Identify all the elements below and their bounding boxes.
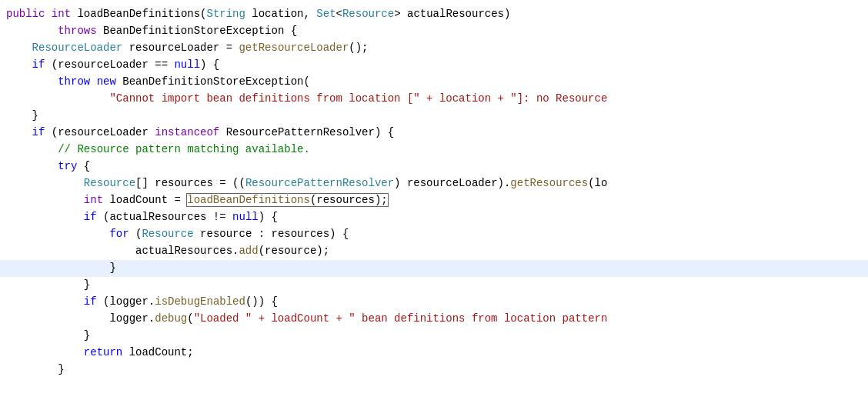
plain-indent-17: } (6, 278, 90, 291)
code-line-11: Resource[] resources = ((ResourcePattern… (0, 175, 868, 192)
plain-throw (90, 75, 96, 88)
code-line-6-content: "Cannot import bean definitions from loc… (6, 91, 868, 107)
keyword-instanceof: instanceof (155, 126, 219, 138)
plain-resources-12: (resources); (310, 194, 388, 206)
type-set: Set (316, 8, 336, 20)
plain-indent-3 (6, 42, 32, 54)
keyword-throws: throws (58, 25, 96, 37)
keyword-null-4: null (174, 58, 200, 71)
code-line-21: return loadCount; (0, 345, 868, 362)
code-line-18-content: if (logger.isDebugEnabled()) { (6, 294, 868, 310)
code-line-13: if (actualResources != null) { (0, 209, 868, 226)
code-line-18: if (logger.isDebugEnabled()) { (0, 294, 868, 311)
plain-call-3: (); (349, 42, 368, 54)
plain-indent-14 (6, 228, 109, 240)
code-line-2-content: throws BeanDefinitionStoreException { (6, 23, 868, 39)
code-line-1: public int loadBeanDefinitions(String lo… (0, 6, 868, 23)
code-line-9-content: // Resource pattern matching available. (6, 142, 868, 158)
comment-9: // Resource pattern matching available. (58, 143, 310, 155)
plain-indent-5 (6, 75, 58, 88)
code-line-12: int loadCount = loadBeanDefinitions(reso… (0, 192, 868, 209)
plain-indent-15: actualResources. (6, 245, 239, 257)
plain-indent-13 (6, 211, 84, 223)
keyword-if-18: if (84, 295, 97, 308)
keyword-null-13: null (232, 211, 259, 223)
plain-indent-9 (6, 143, 58, 155)
code-line-17-content: } (6, 277, 868, 293)
keyword-try: try (58, 160, 77, 172)
code-line-16: } (0, 260, 868, 277)
plain-indent-22: } (6, 363, 65, 375)
plain-indent-11 (6, 177, 84, 189)
code-line-19-content: logger.debug("Loaded " + loadCount + " b… (6, 311, 868, 327)
code-line-12-content: int loadCount = loadBeanDefinitions(reso… (6, 192, 868, 208)
code-line-8: if (resourceLoader instanceof ResourcePa… (0, 125, 868, 142)
method-debug-19: debug (155, 312, 187, 325)
code-line-22: } (0, 362, 868, 378)
code-line-19: logger.debug("Loaded " + loadCount + " b… (0, 311, 868, 328)
method-getresourceloader: getResourceLoader (239, 42, 349, 54)
code-line-10-content: try { (6, 158, 868, 175)
method-debug-18: isDebugEnabled (155, 295, 245, 308)
plain-indent-18 (6, 295, 84, 308)
plain-brace-13: ) { (259, 211, 278, 223)
plain-cast-11: ) resourceLoader). (394, 177, 510, 189)
plain-indent-6 (6, 92, 109, 105)
code-line-17: } (0, 277, 868, 294)
plain-indent-4 (6, 58, 32, 71)
code-line-22-content: } (6, 362, 868, 378)
keyword-int-12: int (84, 194, 103, 206)
code-line-15: actualResources.add(resource); (0, 243, 868, 260)
plain-paren-8: (resourceLoader (45, 126, 155, 138)
type-resource: Resource (342, 8, 394, 20)
method-add-15: add (239, 245, 258, 257)
highlight-box-12: loadBeanDefinitions(resources); (187, 194, 387, 206)
plain-throws: BeanDefinitionStoreException { (97, 25, 297, 37)
code-line-14: for (Resource resource : resources) { (0, 226, 868, 243)
plain-logger-18: (logger. (97, 295, 155, 308)
plain-resourceloader-var: resourceLoader = (122, 42, 239, 54)
code-line-1-content: public int loadBeanDefinitions(String lo… (6, 6, 868, 22)
plain-loadcount-12: loadCount = (103, 194, 187, 206)
plain-arr-11: [] resources = (( (135, 177, 245, 189)
type-resource-11: Resource (84, 177, 135, 189)
code-line-11-content: Resource[] resources = ((ResourcePattern… (6, 175, 868, 192)
plain-throws-indent (6, 25, 58, 37)
method-getresources: getResources (510, 177, 588, 189)
plain-brace-10: { (77, 160, 90, 172)
plain-paren-4: (resourceLoader == (45, 58, 174, 71)
plain-indent-10 (6, 160, 58, 172)
type-rpr-11: ResourcePatternResolver (245, 177, 394, 189)
code-line-5-content: throw new BeanDefinitionStoreException( (6, 74, 868, 90)
keyword-throw: throw (58, 75, 90, 88)
plain-return-21: loadCount; (122, 346, 193, 358)
code-line-16-content: } (6, 260, 868, 276)
code-line-14-content: for (Resource resource : resources) { (6, 226, 868, 242)
code-line-13-content: if (actualResources != null) { (6, 209, 868, 225)
code-line-7: } (0, 108, 868, 125)
type-resource-14: Resource (142, 228, 193, 240)
code-line-3-content: ResourceLoader resourceLoader = getResou… (6, 40, 868, 56)
plain-getres-11: (lo (588, 177, 607, 189)
plain-indent-8 (6, 126, 32, 138)
keyword-for: for (109, 228, 129, 240)
plain-resource-var-14: resource : resources) { (194, 228, 349, 240)
plain-add-15: (resource); (259, 245, 329, 257)
plain-indent-12 (6, 194, 84, 206)
code-line-8-content: if (resourceLoader instanceof ResourcePa… (6, 125, 868, 141)
string-loaded-19: "Loaded " + loadCount + " bean definitio… (194, 312, 608, 325)
code-line-4: if (resourceLoader == null) { (0, 57, 868, 74)
plain-brace-4: ) { (200, 58, 219, 71)
code-line-2: throws BeanDefinitionStoreException { (0, 23, 868, 40)
code-line-6: "Cannot import bean definitions from loc… (0, 91, 868, 108)
keyword-return: return (84, 346, 122, 358)
keyword-if-4: if (32, 58, 45, 71)
keyword-if-8: if (32, 126, 45, 138)
code-line-7-content: } (6, 108, 868, 124)
keyword-int: int (52, 8, 71, 20)
plain-indent-20: } (6, 329, 90, 342)
plain-instanceof: ResourcePatternResolver) { (219, 126, 394, 138)
plain-actual-13: (actualResources != (97, 211, 232, 223)
string-cannot: "Cannot import bean definitions from loc… (109, 92, 607, 105)
plain-brace-18: ()) { (245, 295, 278, 308)
